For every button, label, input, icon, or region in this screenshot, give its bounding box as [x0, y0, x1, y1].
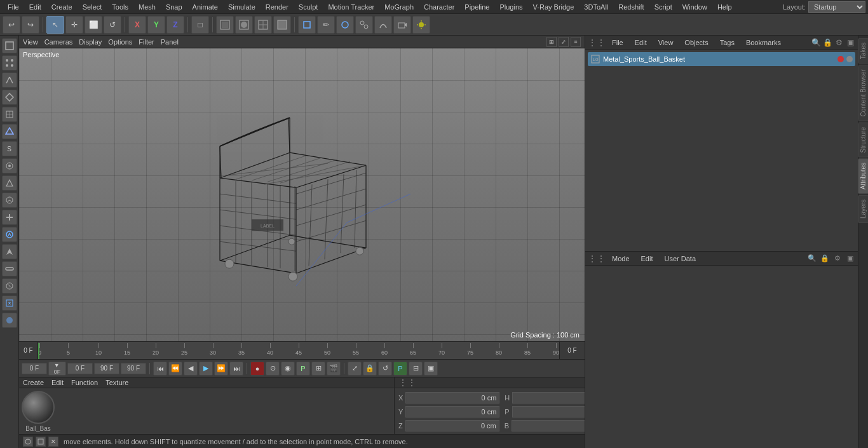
nav-lock-btn[interactable]: 🔒 — [363, 362, 377, 376]
attr-userdata-btn[interactable]: User Data — [660, 254, 702, 263]
menu-3dtoall[interactable]: 3DToAll — [579, 2, 613, 12]
menu-simulate[interactable]: Simulate — [223, 2, 261, 12]
render-all-button[interactable] — [273, 16, 291, 34]
obj-tags-btn[interactable]: Tags — [715, 38, 740, 47]
tab-attributes[interactable]: Attributes — [858, 158, 868, 194]
obj-search-icon[interactable]: 🔍 — [811, 37, 821, 48]
vp-menu-filter[interactable]: Filter — [139, 38, 154, 46]
menu-create[interactable]: Create — [46, 2, 78, 12]
array-button[interactable] — [355, 16, 373, 34]
menu-motion-tracker[interactable]: Motion Tracker — [323, 2, 379, 12]
film-button[interactable]: 🎬 — [327, 362, 341, 376]
tab-content-browser[interactable]: Content Browser — [858, 65, 868, 121]
mat-create[interactable]: Create — [23, 379, 44, 386]
layout-select[interactable]: Startup — [808, 1, 865, 13]
tool-4[interactable] — [2, 227, 17, 242]
vp-settings-icon[interactable]: ≡ — [571, 37, 581, 47]
record-button[interactable]: ● — [250, 362, 264, 376]
vp-arrows-icon[interactable]: ⤢ — [559, 37, 569, 47]
tool-9[interactable] — [2, 313, 17, 328]
obj-film-icon[interactable]: ▣ — [845, 37, 855, 48]
status-icon-2[interactable] — [36, 437, 46, 447]
mode-polygons[interactable] — [2, 90, 17, 105]
move-tool-button[interactable]: ✛ — [65, 16, 83, 34]
light-button[interactable] — [412, 16, 430, 34]
mode-edges[interactable] — [2, 72, 17, 88]
scale-tool-button[interactable]: ⬜ — [85, 16, 102, 34]
menu-render[interactable]: Render — [261, 2, 294, 12]
snap-to-grid[interactable] — [2, 124, 17, 139]
tool-6[interactable] — [2, 261, 17, 276]
step-back-button[interactable]: ⏪ — [168, 362, 182, 376]
obj-view-btn[interactable]: View — [653, 38, 679, 47]
attr-film-icon[interactable]: ▣ — [845, 254, 855, 264]
vp-maximize-icon[interactable]: ⊞ — [546, 37, 557, 47]
menu-pipeline[interactable]: Pipeline — [459, 2, 494, 12]
menu-file[interactable]: File — [3, 2, 24, 12]
vp-menu-view[interactable]: View — [23, 38, 38, 46]
menu-snap[interactable]: Snap — [161, 2, 187, 12]
nav-film2-btn[interactable]: ▣ — [424, 362, 438, 376]
render-view-button[interactable] — [254, 16, 272, 34]
goto-start-button[interactable]: ⏮ — [153, 362, 167, 376]
camera-button[interactable] — [393, 16, 411, 34]
select-tool-button[interactable]: ↖ — [46, 16, 64, 34]
menu-select[interactable]: Select — [78, 2, 107, 12]
mode-object[interactable] — [2, 38, 17, 53]
menu-vray[interactable]: V-Ray Bridge — [528, 2, 580, 12]
coord-z-pos[interactable] — [405, 420, 499, 431]
attr-tb-dots[interactable]: ⋮⋮ — [588, 254, 606, 264]
attr-settings-icon[interactable]: ⚙ — [832, 254, 843, 264]
playhead[interactable] — [38, 343, 39, 359]
mat-edit[interactable]: Edit — [51, 379, 64, 386]
mat-function[interactable]: Function — [71, 379, 98, 386]
mode-points[interactable] — [2, 55, 17, 71]
end-frame-input[interactable] — [94, 363, 119, 374]
obj-settings-icon[interactable]: ⚙ — [834, 37, 844, 48]
nav-grid2-btn[interactable]: ⊟ — [409, 362, 423, 376]
material-item[interactable]: Ball_Bas — [22, 391, 55, 432]
viewport-canvas[interactable]: Perspective Grid Spacing : 100 cm — [19, 48, 585, 341]
obj-tb-dots[interactable]: ⋮⋮ — [588, 37, 606, 48]
obj-file-btn[interactable]: File — [607, 38, 628, 47]
current-frame-input[interactable] — [22, 363, 47, 374]
tool-1[interactable] — [2, 175, 17, 191]
nav-p-btn[interactable]: P — [393, 362, 407, 376]
grid-button[interactable]: ⊞ — [311, 362, 325, 376]
obj-render-dot[interactable] — [846, 56, 853, 62]
tab-layers[interactable]: Layers — [858, 195, 868, 223]
vp-menu-options[interactable]: Options — [108, 38, 132, 46]
menu-sculpt[interactable]: Sculpt — [294, 2, 323, 12]
deform-button[interactable] — [374, 16, 392, 34]
tool-3[interactable] — [2, 210, 17, 225]
obj-lock-icon[interactable]: 🔒 — [822, 37, 832, 48]
soft-selection[interactable]: S — [2, 141, 17, 156]
nav-arrows-btn[interactable]: ⤢ — [348, 362, 362, 376]
menu-redshift[interactable]: Redshift — [613, 2, 649, 12]
step-forward-button[interactable]: ⏩ — [214, 362, 228, 376]
pen-button[interactable]: ✏ — [317, 16, 335, 34]
start-frame-input[interactable] — [67, 363, 93, 374]
tool-8[interactable] — [2, 295, 17, 311]
material-ball[interactable] — [22, 391, 55, 424]
play-button[interactable]: ▶ — [199, 362, 213, 376]
menu-help[interactable]: Help — [712, 2, 737, 12]
goto-end-button[interactable]: ⏭ — [229, 362, 243, 376]
status-icon-3[interactable]: ✕ — [48, 437, 58, 447]
redo-button[interactable]: ↪ — [22, 16, 39, 34]
menu-window[interactable]: Window — [677, 2, 712, 12]
attr-search-icon[interactable]: 🔍 — [807, 254, 817, 264]
menu-tools[interactable]: Tools — [107, 2, 133, 12]
end-frame-input2[interactable] — [121, 363, 146, 374]
coord-x-pos[interactable] — [405, 392, 499, 404]
tool-5[interactable] — [2, 244, 17, 259]
falloff-icon[interactable] — [2, 158, 17, 173]
attr-lock-icon[interactable]: 🔒 — [820, 254, 830, 264]
tab-takes[interactable]: Takes — [858, 38, 868, 64]
vp-menu-panel[interactable]: Panel — [161, 38, 179, 46]
status-icon-1[interactable] — [23, 437, 33, 447]
rotate-tool-button[interactable]: ↺ — [104, 16, 121, 34]
obj-row[interactable]: L0 Metal_Sports_Ball_Basket — [588, 52, 855, 66]
menu-mesh[interactable]: Mesh — [133, 2, 161, 12]
vp-menu-cameras[interactable]: Cameras — [44, 38, 73, 46]
